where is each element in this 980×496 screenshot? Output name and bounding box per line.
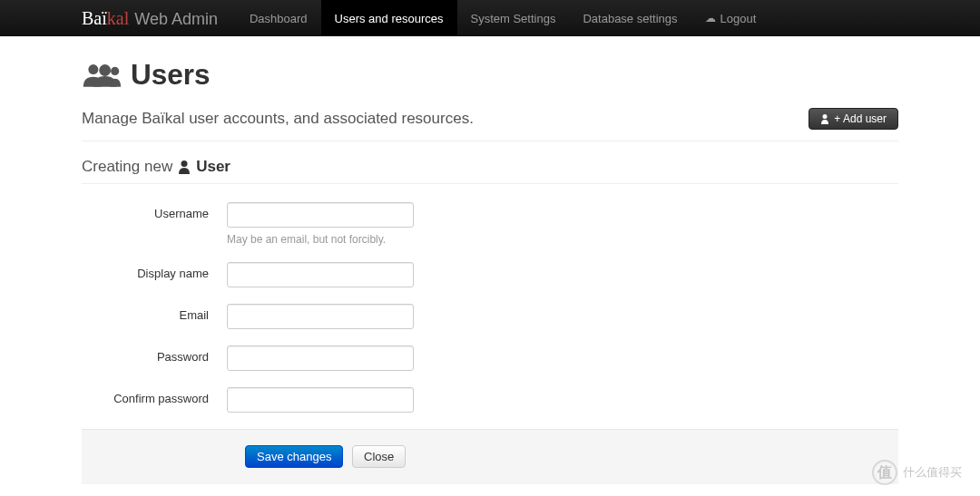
brand-suffix: Web Admin [134, 10, 218, 29]
page-header: Users [82, 58, 898, 92]
username-help: May be an email, but not forcibly. [227, 233, 898, 246]
creating-label: Creating new [82, 158, 172, 176]
entity-label: User [196, 158, 230, 176]
password-input[interactable] [227, 345, 414, 371]
main-nav: Dashboard Users and resources System Set… [236, 0, 769, 36]
svg-point-2 [111, 66, 119, 74]
close-button[interactable]: Close [352, 445, 406, 468]
email-input[interactable] [227, 304, 414, 329]
save-button[interactable]: Save changes [245, 445, 343, 468]
page-subtitle: Manage Baïkal user accounts, and associa… [82, 110, 474, 128]
username-label: Username [82, 202, 227, 220]
add-user-label: + Add user [834, 112, 887, 125]
svg-point-4 [181, 160, 188, 167]
svg-point-1 [99, 64, 111, 76]
watermark-icon: 值 [872, 460, 897, 484]
displayname-input[interactable] [227, 262, 414, 287]
displayname-label: Display name [82, 262, 227, 280]
nav-system-settings[interactable]: System Settings [457, 0, 570, 36]
username-input[interactable] [227, 202, 414, 228]
form-actions: Save changes Close [82, 429, 898, 484]
watermark-text: 什么值得买 [903, 464, 962, 481]
page-title: Users [131, 58, 211, 92]
logout-icon: ☁ [705, 12, 716, 24]
svg-point-3 [823, 114, 828, 119]
user-plus-icon [820, 113, 829, 124]
top-navbar: Baïkal Web Admin Dashboard Users and res… [0, 0, 980, 36]
password-label: Password [82, 345, 227, 364]
svg-point-0 [88, 64, 98, 74]
user-icon [178, 160, 191, 174]
confirm-password-input[interactable] [227, 387, 414, 413]
nav-logout[interactable]: ☁Logout [691, 0, 770, 36]
brand-kal: kal [107, 8, 129, 29]
add-user-button[interactable]: + Add user [808, 108, 898, 130]
email-label: Email [82, 304, 227, 322]
nav-dashboard[interactable]: Dashboard [236, 0, 321, 36]
nav-logout-label: Logout [720, 12, 757, 25]
nav-users-resources[interactable]: Users and resources [321, 0, 457, 36]
watermark: 值 什么值得买 [872, 460, 962, 484]
nav-database-settings[interactable]: Database settings [569, 0, 691, 36]
brand-logo[interactable]: Baïkal Web Admin [82, 8, 218, 29]
section-header: Creating new User [82, 158, 898, 184]
confirm-password-label: Confirm password [82, 387, 227, 405]
users-icon [82, 61, 122, 90]
user-form: Username May be an email, but not forcib… [82, 202, 898, 484]
brand-bai: Baï [82, 8, 107, 29]
